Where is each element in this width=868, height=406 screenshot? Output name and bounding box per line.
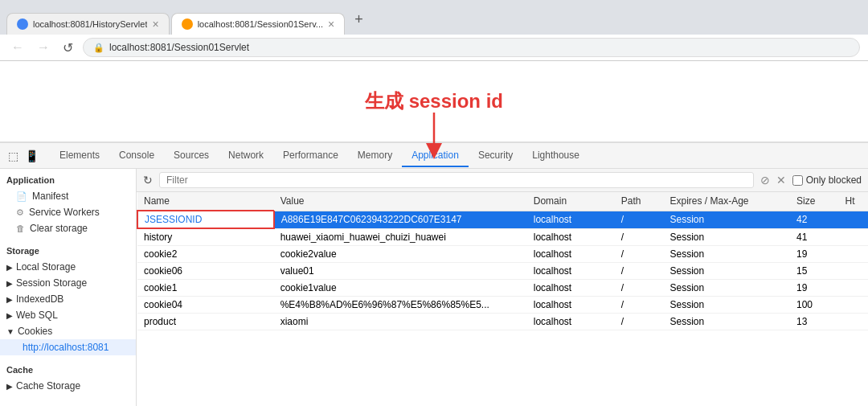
table-cell: 41	[790, 228, 839, 246]
table-cell: A886E19E847C0623943222DC607E3147	[274, 211, 527, 228]
table-cell: /	[615, 297, 664, 314]
table-cell: cookie1value	[274, 280, 527, 297]
inspect-icon[interactable]: ⬚	[6, 148, 20, 164]
url-text: localhost:8081/Session01Servlet	[109, 42, 249, 53]
table-cell: 42	[790, 211, 839, 228]
col-expires: Expires / Max-Age	[663, 192, 790, 211]
table-cell: 15	[790, 263, 839, 280]
forward-button[interactable]: →	[34, 39, 53, 56]
tab-1[interactable]: localhost:8081/HistoryServlet ×	[6, 13, 170, 35]
table-cell: localhost	[527, 314, 615, 330]
tab-elements[interactable]: Elements	[50, 145, 109, 167]
tab-2-favicon	[182, 18, 193, 30]
page-main-content: 生成 session id	[0, 61, 868, 141]
tab-security[interactable]: Security	[469, 145, 522, 167]
sidebar-item-clear-storage[interactable]: 🗑 Clear storage	[0, 220, 136, 236]
indexeddb-arrow: ▶	[6, 295, 13, 304]
table-cell: localhost	[527, 280, 615, 297]
table-cell: Session	[663, 263, 790, 280]
table-cell	[839, 263, 868, 280]
table-cell: localhost	[527, 228, 615, 246]
tab-lighthouse[interactable]: Lighthouse	[522, 145, 589, 167]
refresh-icon[interactable]: ↻	[143, 174, 153, 187]
tab-2-close[interactable]: ×	[328, 18, 334, 30]
sidebar-group-cache-storage[interactable]: ▶ Cache Storage	[0, 378, 136, 394]
table-cell: /	[615, 263, 664, 280]
table-row[interactable]: cookie06value01localhost/Session15	[137, 263, 868, 280]
tab-console[interactable]: Console	[109, 145, 164, 167]
service-workers-icon: ⚙	[16, 207, 24, 218]
sidebar-item-manifest[interactable]: 📄 Manifest	[0, 188, 136, 204]
table-row[interactable]: JSESSIONIDA886E19E847C0623943222DC607E31…	[137, 211, 868, 228]
new-tab-button[interactable]: +	[346, 6, 371, 33]
address-bar: ← → ↺ 🔒 localhost:8081/Session01Servlet	[0, 35, 868, 61]
table-cell: localhost	[527, 263, 615, 280]
sidebar-group-local-storage[interactable]: ▶ Local Storage	[0, 259, 136, 275]
sidebar-group-cookies[interactable]: ▼ Cookies	[0, 323, 136, 339]
table-cell: history	[137, 228, 274, 246]
tab-1-close[interactable]: ×	[152, 18, 158, 30]
table-row[interactable]: cookie2cookie2valuelocalhost/Session19	[137, 246, 868, 263]
table-cell: Session	[663, 211, 790, 228]
tab-network[interactable]: Network	[219, 145, 273, 167]
table-cell: product	[137, 314, 274, 330]
sidebar-item-localhost-label: http://localhost:8081	[23, 342, 108, 353]
col-value: Value	[274, 192, 527, 211]
manifest-icon: 📄	[16, 191, 27, 202]
table-row[interactable]: cookie1cookie1valuelocalhost/Session19	[137, 280, 868, 297]
table-cell: cookie2	[137, 246, 274, 263]
sidebar-group-session-storage[interactable]: ▶ Session Storage	[0, 275, 136, 291]
back-button[interactable]: ←	[8, 39, 27, 56]
sidebar-group-indexeddb[interactable]: ▶ IndexedDB	[0, 291, 136, 307]
table-cell	[839, 280, 868, 297]
sidebar-group-web-sql[interactable]: ▶ Web SQL	[0, 307, 136, 323]
sidebar-item-service-workers[interactable]: ⚙ Service Workers	[0, 204, 136, 220]
col-size: Size	[790, 192, 839, 211]
table-cell: Session	[663, 297, 790, 314]
table-cell: localhost	[527, 211, 615, 228]
devtools-tabs-group: Elements Console Sources Network Perform…	[50, 145, 589, 167]
table-cell	[839, 228, 868, 246]
table-row[interactable]: cookie04%E4%B8%AD%E6%96%87%E5%86%85%E5..…	[137, 297, 868, 314]
table-cell: /	[615, 228, 664, 246]
cookie-table-header-row: Name Value Domain Path Expires / Max-Age…	[137, 192, 868, 211]
tab-memory[interactable]: Memory	[348, 145, 402, 167]
cookies-arrow: ▼	[6, 327, 14, 336]
tab-performance[interactable]: Performance	[273, 145, 348, 167]
table-cell: 19	[790, 246, 839, 263]
close-filter-icon[interactable]: ✕	[776, 174, 786, 187]
col-domain: Domain	[527, 192, 615, 211]
col-ht: Ht	[839, 192, 868, 211]
only-blocked-checkbox[interactable]	[792, 175, 803, 186]
devtools-toolbar: ↻ ⊘ ✕ Only blocked	[137, 169, 868, 192]
annotation-arrow	[410, 113, 458, 161]
table-cell	[839, 246, 868, 263]
table-cell: cookie1	[137, 280, 274, 297]
devtools-panel: ⬚ 📱 Elements Console Sources Network Per…	[0, 141, 868, 406]
clear-filter-icon[interactable]: ⊘	[760, 174, 770, 187]
filter-input[interactable]	[159, 172, 754, 188]
tab-bar-container: localhost:8081/HistoryServlet × localhos…	[0, 0, 868, 61]
table-cell	[839, 211, 868, 228]
table-cell: 13	[790, 314, 839, 330]
reload-button[interactable]: ↺	[59, 39, 76, 57]
tab-1-title: localhost:8081/HistoryServlet	[33, 19, 147, 29]
table-row[interactable]: productxiaomilocalhost/Session13	[137, 314, 868, 330]
table-row[interactable]: historyhuawei_xiaomi_huawei_chuizi_huawe…	[137, 228, 868, 246]
device-icon[interactable]: 📱	[23, 148, 40, 164]
url-lock-icon: 🔒	[93, 43, 104, 53]
cache-storage-arrow: ▶	[6, 382, 13, 391]
tab-2[interactable]: localhost:8081/Session01Serv... ×	[171, 13, 346, 35]
browser-window: localhost:8081/HistoryServlet × localhos…	[0, 0, 868, 406]
table-cell: huawei_xiaomi_huawei_chuizi_huawei	[274, 228, 527, 246]
tab-sources[interactable]: Sources	[164, 145, 219, 167]
only-blocked-text: Only blocked	[806, 174, 862, 186]
devtools-main-panel: ↻ ⊘ ✕ Only blocked Name	[137, 169, 868, 406]
sidebar-section-storage: Storage	[0, 243, 136, 259]
table-cell: 100	[790, 297, 839, 314]
sidebar-item-localhost[interactable]: http://localhost:8081	[0, 339, 136, 355]
url-box[interactable]: 🔒 localhost:8081/Session01Servlet	[83, 38, 860, 57]
table-cell: value01	[274, 263, 527, 280]
table-cell: Session	[663, 246, 790, 263]
clear-storage-icon: 🗑	[16, 224, 25, 233]
